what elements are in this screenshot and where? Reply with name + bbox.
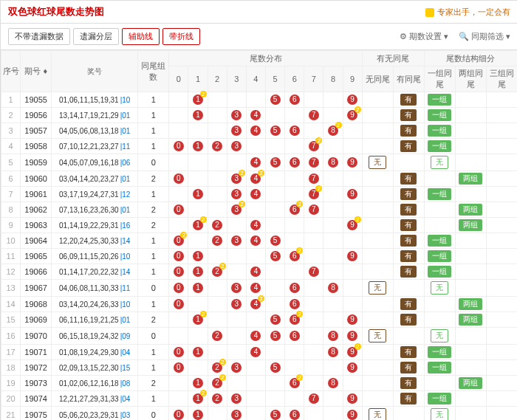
th-jg2: 两组同尾 [455,66,486,92]
table-row: 51905904,05,07,09,16,18|060456789无无 [1,154,518,171]
th-hastail: 有无同尾 [362,51,424,66]
trend-table: 序号 期号 ♦ 奖号 同尾组数 尾数分布 有无同尾 尾数结构细分 0123456… [1,50,517,420]
table-row: 101906412,20,24,25,30,33|141022345有一组 [1,233,518,249]
table-row: 11905501,06,11,15,19,31|10112569有一组 [1,92,518,108]
period-setting[interactable]: ⚙ 期数设置 ▾ [400,31,448,42]
table-row: 201907412,21,27,29,31,33|041122379有一组 [1,391,518,407]
th-jg1: 一组同尾 [424,66,455,92]
table-row: 21905613,14,17,19,21,29|011134792有一组 [1,108,518,123]
th-tail-1: 1 [188,66,208,92]
tip-text: 专家出手，一定会有 [425,7,510,18]
th-tail-7: 7 [304,66,323,92]
table-row: 41905807,10,12,21,23,27|111012372有一组 [1,139,518,154]
table-row: 121906601,14,17,20,22,32|141012247有一组 [1,264,518,280]
page-title: 双色球红球尾数走势图 [8,5,104,18]
th-jg3: 三组同尾 [486,66,517,92]
th-tail-4: 4 [246,66,265,92]
table-row: 131906704,06,08,11,30,33|110013468无无 [1,280,518,297]
table-row: 181907202,09,13,15,22,30|151022359有一组 [1,360,518,376]
sort-icon: ♦ [43,66,47,75]
th-tail-5: 5 [266,66,285,92]
th-idx: 序号 [1,51,21,92]
th-ytw: 有同尾 [393,66,424,92]
th-period[interactable]: 期号 ♦ [21,51,52,92]
th-tail-0: 0 [169,66,188,92]
th-dist: 尾数分布 [169,51,362,66]
table-row: 161907006,15,18,19,24,32|090245689无无 [1,328,518,345]
th-tail-6: 6 [285,66,304,92]
th-struct: 尾数结构细分 [424,51,517,66]
table-row: 111906506,09,11,15,20,26|101015629有一组 [1,249,518,264]
th-tail-3: 3 [227,66,246,92]
btn-aux[interactable]: 辅助线 [122,28,160,45]
table-row: 191907301,02,06,12,16,18|082122628有两组 [1,376,518,391]
th-groups: 同尾组数 [138,51,169,92]
filter-setting[interactable]: 🔍 同期筛选 ▾ [459,31,510,42]
table-row: 61906003,04,14,20,23,27|012032427有两组 [1,171,518,187]
btn-distlayer[interactable]: 遗漏分层 [73,28,119,45]
th-tail-8: 8 [323,66,343,92]
table-row: 91906301,14,19,22,29,31|162122492有两组 [1,218,518,233]
th-wtw: 无同尾 [362,66,393,92]
table-row: 81906207,13,16,23,26,30|012032627有两组 [1,202,518,218]
tip-icon [425,8,434,17]
table-row: 171907101,08,19,24,29,30|041014892有一组 [1,345,518,360]
table-row: 71906103,17,19,24,27,31|121134729有一组 [1,187,518,202]
table-row: 31905704,05,06,08,13,18|011345682有一组 [1,123,518,139]
table-row: 141906803,14,20,24,26,33|10103426有两组 [1,297,518,312]
th-tail-9: 9 [343,66,362,92]
table-row: 151906906,11,16,19,21,25|012125629有两组 [1,312,518,328]
th-numbers: 奖号 [52,51,138,92]
table-row: 211907505,06,20,23,29,31|030013569无无 [1,407,518,421]
btn-fold[interactable]: 带折线 [162,28,200,45]
btn-nodist[interactable]: 不带遗漏数据 [8,28,70,45]
th-tail-2: 2 [208,66,227,92]
